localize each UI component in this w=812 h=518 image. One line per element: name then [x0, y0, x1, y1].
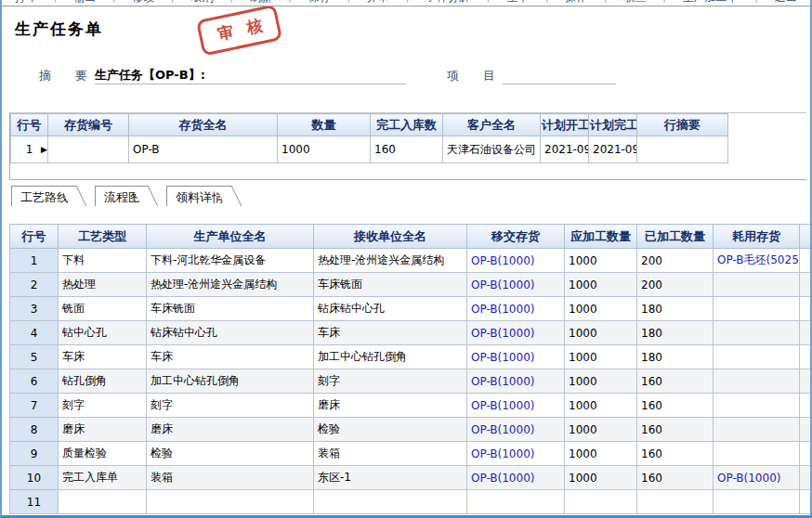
route-table-body: 1下料下料-河北乾华金属设备热处理-沧州途兴金属结构OP-B(1000)1000…	[10, 249, 811, 514]
table-row[interactable]: 3铣面车床铣面钻床钻中心孔OP-B(1000)1000180	[10, 297, 811, 321]
cell	[714, 369, 800, 394]
link-cell[interactable]: OP-B(1000)	[467, 442, 565, 466]
toolbar-item[interactable]: 操作	[565, 0, 587, 6]
link-cell[interactable]: OP-B(1000)	[467, 394, 565, 418]
cell: 下料	[59, 249, 147, 273]
cell	[800, 249, 811, 273]
toolbar-item[interactable]: 刷新	[250, 0, 272, 6]
link-cell[interactable]: OP-B(1000)	[467, 321, 565, 345]
cell: 200	[637, 249, 714, 273]
toolbar-item[interactable]: 退出	[775, 0, 797, 6]
cell: 160	[637, 466, 714, 490]
column-header: 行号	[11, 114, 48, 136]
window-frame: 打印|输出|修改|取消|刷新|保存|弃审|子件分解|生单|操作|联查|生产加工单…	[0, 0, 812, 518]
table-row[interactable]: 9质量检验检验装箱OP-B(1000)1000160	[10, 442, 811, 466]
tab[interactable]: 领料详情	[166, 186, 228, 206]
cell: 下料-河北乾华金属设备	[147, 249, 314, 273]
cell: 钻中心孔	[59, 321, 147, 345]
project-label: 项 目	[447, 68, 495, 84]
cell: 车床铣面	[314, 273, 467, 297]
cell	[800, 345, 811, 369]
toolbar-item[interactable]: 弃审	[367, 0, 389, 6]
link-cell[interactable]: OP-B毛坯(5025)	[714, 249, 800, 273]
toolbar-separator: |	[347, 0, 350, 6]
toolbar-item[interactable]: 子件分解	[426, 0, 470, 6]
link-cell[interactable]: OP-B(1000)	[467, 418, 565, 442]
row-number-cell: 2	[10, 273, 59, 297]
link-cell[interactable]: OP-B(1000)	[467, 249, 565, 273]
table-row[interactable]: 11	[10, 490, 811, 514]
cell	[714, 297, 800, 321]
cell: 1000	[565, 321, 637, 345]
cell	[714, 490, 800, 514]
cell	[467, 490, 565, 514]
column-header: 生产单位全名	[147, 225, 314, 249]
column-header: 数量	[278, 114, 371, 136]
project-input[interactable]	[503, 67, 616, 84]
toolbar-item[interactable]: 生产加工单	[683, 0, 739, 6]
cell: 1000	[565, 249, 637, 273]
cell	[800, 418, 811, 442]
cell: 质量检验	[59, 442, 147, 466]
route-table: 行号工艺类型生产单位全名接收单位全名移交存货应加工数量已加工数量耗用存货定额 1…	[9, 224, 810, 514]
table-row[interactable]: 2热处理热处理-沧州途兴金属结构车床铣面OP-B(1000)1000200	[10, 273, 811, 297]
cell: 160	[637, 418, 714, 442]
cell: 铣面	[59, 297, 147, 321]
toolbar-item[interactable]: 生单	[506, 0, 529, 6]
cell	[714, 273, 800, 297]
table-row[interactable]: 6钻孔倒角加工中心钻孔倒角刻字OP-B(1000)1000160	[10, 369, 811, 394]
link-cell[interactable]: OP-B(1000)	[467, 369, 565, 394]
cell: 车床	[147, 345, 314, 369]
toolbar-separator: |	[171, 0, 175, 6]
table-row[interactable]: 1▶02003OP-B1000160天津石油设备公司2021-09-2021-0…	[11, 136, 728, 163]
tab[interactable]: 流程图	[95, 186, 144, 206]
summary-input[interactable]: 生产任务【OP-B】:	[95, 67, 406, 84]
link-cell[interactable]: OP-B(1000)	[714, 466, 800, 490]
table-row[interactable]: 5车床车床加工中心钻孔倒角OP-B(1000)1000180	[10, 345, 811, 369]
table-row[interactable]: 8磨床磨床检验OP-B(1000)1000160	[10, 418, 811, 442]
table-row[interactable]: 10完工入库单装箱东区-1OP-B(1000)1000160OP-B(1000)	[10, 466, 811, 490]
toolbar-separator: |	[545, 0, 549, 6]
cell: 刻字	[59, 394, 147, 418]
table-row[interactable]: 7刻字刻字磨床OP-B(1000)1000160	[10, 394, 811, 418]
link-cell[interactable]: OP-B(1000)	[467, 466, 565, 490]
row-number-cell: 10	[10, 466, 59, 490]
row-number-cell: 4	[10, 321, 59, 345]
cell: 2021-09-	[541, 136, 589, 163]
cell	[714, 345, 800, 369]
toolbar-item[interactable]: 打印	[15, 0, 37, 6]
header-table-head: 行号存货编号存货全名数量完工入库数客户全名计划开工计划完工行摘要	[11, 114, 728, 136]
toolbar-separator: |	[112, 0, 116, 6]
header-table: 行号存货编号存货全名数量完工入库数客户全名计划开工计划完工行摘要 1▶02003…	[10, 113, 728, 163]
cell: 完工入库单	[59, 466, 147, 490]
column-header: 行摘要	[637, 114, 728, 136]
row-number-cell: 7	[10, 394, 59, 418]
toolbar-item[interactable]: 修改	[132, 0, 154, 6]
toolbar-separator: |	[487, 0, 491, 6]
toolbar-item[interactable]: 输出	[73, 0, 96, 6]
toolbar-item[interactable]: 保存	[308, 0, 331, 6]
cell: 1000	[565, 273, 637, 297]
cell: 磨床	[147, 418, 314, 442]
toolbar-item[interactable]: 联查	[623, 0, 646, 6]
cell: 160	[371, 136, 443, 163]
link-cell[interactable]: OP-B(1000)	[467, 297, 565, 321]
column-header: 工艺类型	[59, 225, 147, 249]
cell: 钻床钻中心孔	[314, 297, 467, 321]
table-row[interactable]: 1下料下料-河北乾华金属设备热处理-沧州途兴金属结构OP-B(1000)1000…	[10, 249, 811, 273]
cell: 热处理	[59, 273, 147, 297]
cell: 180	[637, 345, 714, 369]
cell: 180	[637, 321, 714, 345]
link-cell[interactable]: OP-B(1000)	[467, 273, 565, 297]
cell: 车床铣面	[147, 297, 314, 321]
tab[interactable]: 工艺路线	[11, 186, 72, 206]
cell: 1000	[565, 394, 637, 418]
table-row[interactable]: 4钻中心孔钻床钻中心孔车床OP-B(1000)1000180	[10, 321, 811, 345]
row-number-cell: 3	[10, 297, 59, 321]
toolbar-item[interactable]: 取消	[190, 0, 213, 6]
selected-cell[interactable]: 02003	[48, 136, 129, 163]
cell: 1000	[565, 345, 637, 369]
link-cell[interactable]: OP-B(1000)	[467, 345, 565, 369]
cell	[565, 490, 637, 514]
cell: 刻字	[147, 394, 314, 418]
